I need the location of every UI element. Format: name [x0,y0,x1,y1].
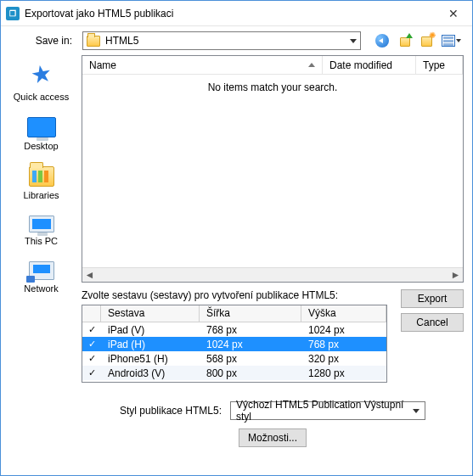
place-label: Libraries [23,190,59,200]
file-list: Name Date modified Type No items match y… [82,55,464,283]
style-value: Výchozí HTML5 Publication Výstupní styl [236,399,413,423]
preset-row[interactable]: ✓iPad (V)768 px1024 px [82,322,386,337]
preset-checkbox[interactable]: ✓ [82,339,101,349]
place-label: Network [24,283,58,294]
new-folder-icon [420,35,432,47]
preset-width: 1024 px [200,339,301,350]
scroll-left-button[interactable]: ◄ [82,268,97,282]
view-icon [442,35,455,47]
preset-height: 1280 px [301,367,386,379]
col-name[interactable]: Name [82,56,323,74]
desktop-icon [27,117,56,137]
close-icon: ✕ [448,7,459,20]
check-icon: ✓ [88,354,96,363]
check-icon: ✓ [88,368,96,378]
empty-message: No items match your search. [82,75,463,93]
col-sestava[interactable]: Sestava [101,305,200,322]
chevron-down-icon [350,39,357,43]
place-label: Quick access [14,92,69,102]
col-date-modified[interactable]: Date modified [323,56,416,74]
network-icon [29,261,54,280]
scroll-right-button[interactable]: ► [448,268,463,282]
preset-width: 768 px [200,324,301,336]
style-label: Styl publikace HTML5: [120,405,222,417]
presets-label: Zvolte sestavu (sestavy) pro vytvoření p… [82,289,387,301]
libraries-icon [29,166,54,187]
place-network[interactable]: Network [8,261,76,294]
view-menu-button[interactable] [439,31,464,50]
preset-checkbox[interactable]: ✓ [82,354,101,363]
chevron-down-icon [413,409,420,413]
chevron-down-icon [456,39,461,42]
main-column: Name Date modified Type No items match y… [82,55,464,467]
preset-width: 800 px [200,367,301,379]
window-title: Exportovat jako HTML5 publikaci [25,8,434,20]
up-one-level-button[interactable] [395,31,414,50]
back-button[interactable] [373,31,391,50]
preset-height: 320 px [301,353,386,365]
quick-access-icon: ★ [28,59,53,90]
file-list-header: Name Date modified Type [82,56,463,75]
check-icon: ✓ [88,339,96,349]
save-in-row: Save in: HTML5 [1,26,472,55]
preset-name: iPad (V) [101,324,200,336]
place-label: Desktop [24,141,58,151]
preset-checkbox[interactable]: ✓ [82,325,101,334]
preset-name: iPad (H) [101,339,200,350]
save-in-value: HTML5 [105,35,138,47]
export-button[interactable]: Export [401,289,464,308]
scroll-track[interactable] [97,268,448,282]
preset-name: Android3 (V) [101,367,200,379]
preset-width: 568 px [200,353,301,365]
triangle-right-icon: ► [451,269,461,281]
back-icon [375,34,389,48]
col-type[interactable]: Type [416,56,463,74]
place-libraries[interactable]: Libraries [8,166,76,200]
style-row: Styl publikace HTML5: Výchozí HTML5 Publ… [82,401,464,420]
dialog-window: ❐ Exportovat jako HTML5 publikaci ✕ Save… [0,0,473,476]
preset-height: 768 px [301,339,386,350]
horizontal-scrollbar[interactable]: ◄ ► [82,267,463,282]
new-folder-button[interactable] [417,31,436,50]
preset-name: iPhone51 (H) [101,353,200,365]
cancel-button[interactable]: Cancel [401,313,464,332]
toolbar-icons [373,31,464,50]
preset-height: 1024 px [301,324,386,336]
preset-checkbox[interactable]: ✓ [82,368,101,378]
check-icon: ✓ [88,325,96,334]
preset-row[interactable]: ✓iPad (H)1024 px768 px [82,337,386,351]
col-checkbox[interactable] [82,305,101,322]
folder-icon [87,36,100,47]
this-pc-icon [29,216,54,232]
close-button[interactable]: ✕ [434,1,472,25]
action-buttons: Export Cancel [396,283,464,383]
place-label: This PC [25,236,58,246]
place-quick-access[interactable]: ★ Quick access [8,60,76,102]
preset-row[interactable]: ✓Android3 (V)800 px1280 px [82,366,386,380]
up-folder-icon [398,35,410,47]
preset-header: Sestava Šířka Výška [82,305,386,322]
place-desktop[interactable]: Desktop [8,117,76,151]
places-bar: ★ Quick access Desktop Libraries This PC… [1,55,82,467]
place-this-pc[interactable]: This PC [8,216,76,246]
style-dropdown[interactable]: Výchozí HTML5 Publication Výstupní styl [230,401,425,420]
dialog-body: ★ Quick access Desktop Libraries This PC… [1,55,472,475]
preset-row[interactable]: ✓iPhone51 (H)568 px320 px [82,351,386,366]
triangle-left-icon: ◄ [85,269,95,281]
titlebar: ❐ Exportovat jako HTML5 publikaci ✕ [1,1,472,26]
app-icon: ❐ [6,7,20,20]
options-button[interactable]: Možnosti... [239,428,307,447]
col-vyska[interactable]: Výška [301,305,386,322]
save-in-dropdown[interactable]: HTML5 [82,31,361,50]
col-sirka[interactable]: Šířka [200,305,301,322]
save-in-label: Save in: [1,35,77,47]
preset-table: Sestava Šířka Výška ✓iPad (V)768 px1024 … [82,305,387,383]
